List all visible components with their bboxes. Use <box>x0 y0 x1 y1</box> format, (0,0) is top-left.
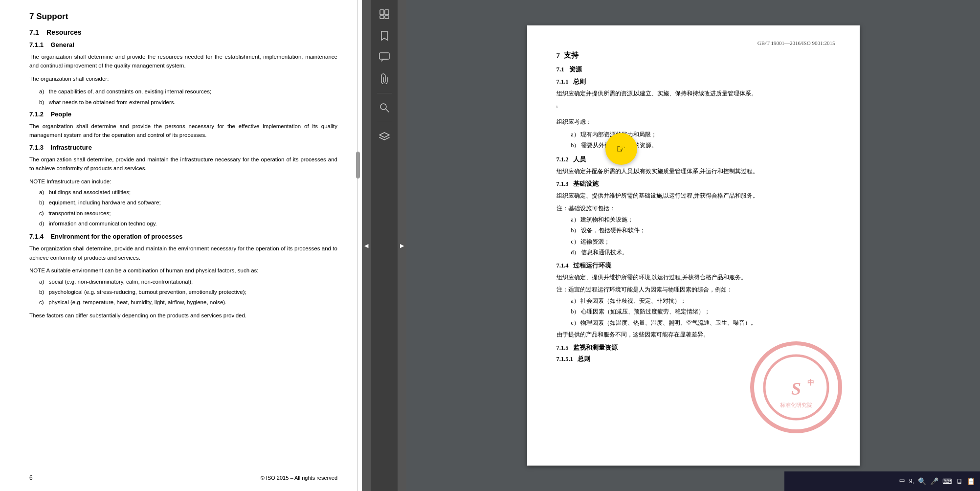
section-7-1-1-heading: 7.1.1 General <box>29 41 337 48</box>
svg-line-6 <box>386 109 389 112</box>
ch-section-7-1-2: 7.1.2 人员 <box>557 156 835 164</box>
section-7-heading: 7 Support <box>29 12 337 22</box>
ch-7-1-1-body: 组织应确定并提供所需的资源,以建立、实施、保持和持续改进质量管理体系。 <box>557 89 835 99</box>
chinese-pdf-page: ☞ GB/T 19001—2016/ISO 9001:2015 7 支持 7.1… <box>527 25 860 466</box>
taskbar-icon-4[interactable]: 🖥 <box>956 477 963 485</box>
ch-7-1-3-note: 注：基础设施可包括： <box>557 204 835 214</box>
search-icon[interactable] <box>375 98 394 117</box>
toolbar-panel <box>371 0 398 491</box>
ch-7-1-4-body: 组织应确定、提供并维护所需的环境,以运行过程,并获得合格产品和服务。 <box>557 273 835 283</box>
left-collapse-arrow[interactable]: ◀ <box>364 243 368 249</box>
svg-text:中: 中 <box>807 379 814 386</box>
ch-section-7-1-1: 7.1.1 总则 <box>557 78 835 86</box>
section-7-1-4-heading: 7.1.4 Environment for the operation of p… <box>29 233 337 240</box>
taskbar: 中 9, 🔍 🎤 ⌨ 🖥 📋 <box>784 471 980 491</box>
ch-section-7-1: 7.1 资源 <box>557 65 835 74</box>
left-collapse-bar[interactable]: ◀ <box>362 0 371 491</box>
section-7-1-1-body2: The organization shall consider: <box>29 74 337 83</box>
iso-watermark: S 中 标准化研究院 <box>747 338 845 436</box>
taskbar-icon-5[interactable]: 📋 <box>967 477 975 485</box>
svg-rect-1 <box>385 10 389 15</box>
taskbar-icon-1[interactable]: 🔍 <box>918 477 926 485</box>
gb-standard-number: GB/T 19001—2016/ISO 9001:2015 <box>557 40 835 46</box>
svg-rect-3 <box>385 16 389 19</box>
ch-list-item: b） 心理因素（如减压、预防过度疲劳、稳定情绪）； <box>571 307 835 317</box>
list-item: d) information and communication technol… <box>39 219 337 228</box>
taskbar-text-1: 中 <box>899 477 905 486</box>
svg-rect-2 <box>380 16 384 19</box>
left-pdf-content: 7 Support 7.1 Resources 7.1.1 General Th… <box>0 0 362 469</box>
bookmark-icon[interactable] <box>375 26 394 45</box>
taskbar-icon-2[interactable]: 🎤 <box>930 477 938 485</box>
ch-section-7: 7 支持 <box>557 51 835 60</box>
comments-icon[interactable] <box>375 48 394 67</box>
section-7-1-2-body: The organization shall determine and pro… <box>29 122 337 140</box>
svg-rect-4 <box>379 53 389 59</box>
section-7-1-2-heading: 7.1.2 People <box>29 111 337 118</box>
list-item: c) physical (e.g. temperature, heat, hum… <box>39 298 337 307</box>
layers-icon[interactable] <box>375 127 394 146</box>
attachments-icon[interactable] <box>375 69 394 88</box>
right-expand-bar[interactable]: ▶ <box>398 0 406 491</box>
ch-7-1-3-body: 组织应确定、提供并维护所需的基础设施,以运行过程,并获得合格产品和服务。 <box>557 191 835 201</box>
list-item: a) buildings and associated utilities; <box>39 188 337 197</box>
list-item: c) transportation resources; <box>39 209 337 218</box>
list-item: b) equipment, including hardware and sof… <box>39 198 337 207</box>
right-panel: ☞ GB/T 19001—2016/ISO 9001:2015 7 支持 7.1… <box>406 0 980 491</box>
pages-icon[interactable] <box>375 5 394 23</box>
taskbar-text-2: 9, <box>909 478 914 485</box>
ch-list-item: d） 信息和通讯技术。 <box>571 248 835 258</box>
ch-7-1-1-consider: ι <box>557 102 835 111</box>
page-number: 6 <box>29 474 33 481</box>
svg-rect-0 <box>380 10 384 15</box>
svg-point-5 <box>380 104 386 110</box>
section-7-1-heading: 7.1 Resources <box>29 28 337 36</box>
section-7-1-4-note: NOTE A suitable environment can be a com… <box>29 266 337 275</box>
list-item: b) psychological (e.g. stress-reducing, … <box>39 288 337 296</box>
section-7-1-1-body1: The organization shall determine and pro… <box>29 52 337 70</box>
section-7-1-4-body2: These factors can differ substantially d… <box>29 311 337 320</box>
ch-list-item: b） 设备，包括硬件和软件； <box>571 226 835 236</box>
list-item: a) social (e.g. non-discriminatory, calm… <box>39 277 337 286</box>
copyright-text: © ISO 2015 – All rights reserved <box>261 475 337 481</box>
page-footer: 6 © ISO 2015 – All rights reserved <box>0 469 362 491</box>
ch-7-1-2-body: 组织应确定并配备所需的人员,以有效实施质量管理体系,并运行和控制其过程。 <box>557 167 835 177</box>
ch-section-7-1-4: 7.1.4 过程运行环境 <box>557 262 835 270</box>
middle-area: ◀ <box>362 0 406 491</box>
svg-text:标准化研究院: 标准化研究院 <box>780 402 812 408</box>
ch-list-item: c） 物理因素（如温度、热量、湿度、照明、空气流通、卫生、噪音）。 <box>571 318 835 328</box>
svg-text:S: S <box>791 379 801 399</box>
taskbar-icon-3[interactable]: ⌨ <box>942 477 952 485</box>
ch-list-item: a） 建筑物和相关设施； <box>571 215 835 225</box>
list-item: b) what needs to be obtained from extern… <box>39 98 337 107</box>
section-7-1-3-body: The organization shall determine, provid… <box>29 155 337 173</box>
ch-list-item: c） 运输资源； <box>571 237 835 247</box>
section-7-1-3-note: NOTE Infrastructure can include: <box>29 177 337 186</box>
section-7-1-4-body1: The organization shall determine, provid… <box>29 244 337 262</box>
section-7-1-3-heading: 7.1.3 Infrastructure <box>29 144 337 151</box>
ch-7-1-1-consider2: 组织应考虑： <box>557 117 835 127</box>
list-item: a) the capabilities of, and constraints … <box>39 87 337 96</box>
ch-section-7-1-3: 7.1.3 基础设施 <box>557 180 835 188</box>
cursor-indicator: ☞ <box>605 133 637 165</box>
ch-list-item: a） 社会因素（如非歧视、安定、非对抗）； <box>571 296 835 306</box>
left-pdf-panel: 7 Support 7.1 Resources 7.1.1 General Th… <box>0 0 362 491</box>
right-expand-arrow[interactable]: ▶ <box>400 243 404 249</box>
ch-7-1-4-note: 注：适宜的过程运行环境可能是人为因素与物理因素的综合，例如： <box>557 285 835 295</box>
